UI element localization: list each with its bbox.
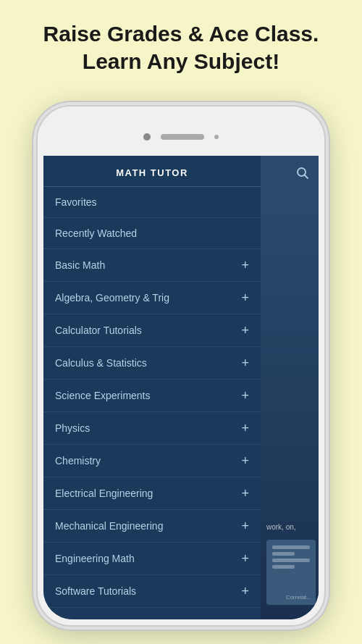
content-preview: work, on, Correlat... — [261, 199, 319, 619]
sidebar-item-calculator[interactable]: Calculator Tutorials + — [43, 314, 261, 347]
thumbnail-line — [272, 565, 295, 569]
phone-screen: MATH TUTOR Favorites Recently Watched Ba… — [43, 156, 319, 619]
content-area: work, on, Correlat... — [261, 156, 319, 619]
sidebar-item-software[interactable]: Software Tutorials + — [43, 575, 261, 608]
thumbnail-line — [272, 559, 310, 562]
search-button[interactable] — [295, 166, 310, 184]
sidebar-item-label: Chemistry — [55, 455, 241, 467]
sidebar-item-label: Science Experiments — [55, 390, 241, 401]
content-thumbnail: Correlat... — [266, 540, 316, 605]
page-headline: Raise Grades & Ace Class. Learn Any Subj… — [0, 0, 362, 89]
expand-icon: + — [241, 585, 249, 598]
sidebar-item-calculus[interactable]: Calculus & Statistics + — [43, 347, 261, 380]
expand-icon: + — [241, 324, 249, 337]
sidebar-item-engineering-math[interactable]: Engineering Math + — [43, 543, 261, 575]
sidebar-item-label: Basic Math — [55, 259, 241, 271]
sidebar-item-label: Software Tutorials — [55, 585, 241, 597]
thumbnail-line — [272, 545, 310, 549]
thumbnail-line — [272, 552, 295, 556]
phone-top-bar — [38, 106, 324, 156]
sidebar: MATH TUTOR Favorites Recently Watched Ba… — [43, 156, 261, 619]
expand-icon: + — [241, 356, 249, 369]
sidebar-item-label: Calculus & Statistics — [55, 357, 241, 369]
sidebar-item-label: Electrical Engineering — [55, 488, 241, 499]
sidebar-item-label: Engineering Math — [55, 553, 241, 564]
expand-icon: + — [241, 552, 249, 565]
expand-icon: + — [241, 422, 249, 435]
phone-shell: MATH TUTOR Favorites Recently Watched Ba… — [36, 105, 326, 627]
sidebar-header: MATH TUTOR — [43, 156, 261, 187]
sidebar-item-label: Algebra, Geometry & Trig — [55, 292, 241, 304]
sidebar-item-label: Mechanical Engineering — [55, 520, 241, 532]
app-title: MATH TUTOR — [116, 167, 188, 178]
sidebar-item-science[interactable]: Science Experiments + — [43, 380, 261, 412]
expand-icon: + — [241, 389, 249, 402]
sidebar-item-electrical[interactable]: Electrical Engineering + — [43, 477, 261, 510]
sidebar-item-algebra[interactable]: Algebra, Geometry & Trig + — [43, 282, 261, 314]
expand-icon: + — [241, 519, 249, 532]
svg-line-1 — [305, 175, 308, 179]
content-text-preview: work, on, — [266, 522, 316, 532]
sidebar-item-physics[interactable]: Physics + — [43, 412, 261, 445]
expand-icon: + — [241, 291, 249, 304]
headline-line1: Raise Grades & Ace Class. — [43, 22, 319, 46]
sidebar-item-favorites[interactable]: Favorites — [43, 187, 261, 218]
phone-speaker — [161, 134, 204, 140]
sidebar-item-label: Calculator Tutorials — [55, 325, 241, 336]
sidebar-item-label: Physics — [55, 422, 241, 434]
expand-icon: + — [241, 487, 249, 500]
expand-icon: + — [241, 259, 249, 272]
sidebar-item-mechanical[interactable]: Mechanical Engineering + — [43, 510, 261, 543]
headline-line2: Learn Any Subject! — [83, 49, 279, 73]
expand-icon: + — [241, 454, 249, 467]
sidebar-item-basic-math[interactable]: Basic Math + — [43, 249, 261, 282]
thumbnail-label: Correlat... — [286, 594, 311, 601]
sidebar-item-label: Recently Watched — [55, 227, 249, 239]
sidebar-item-recently-watched[interactable]: Recently Watched — [43, 218, 261, 249]
preview-text: work, on, — [266, 523, 296, 531]
phone-dot — [214, 135, 219, 139]
phone-camera — [143, 133, 151, 141]
search-icon — [295, 166, 310, 180]
sidebar-item-chemistry[interactable]: Chemistry + — [43, 445, 261, 477]
sidebar-items-list: Favorites Recently Watched Basic Math + … — [43, 187, 261, 619]
sidebar-item-label: Favorites — [55, 196, 249, 208]
